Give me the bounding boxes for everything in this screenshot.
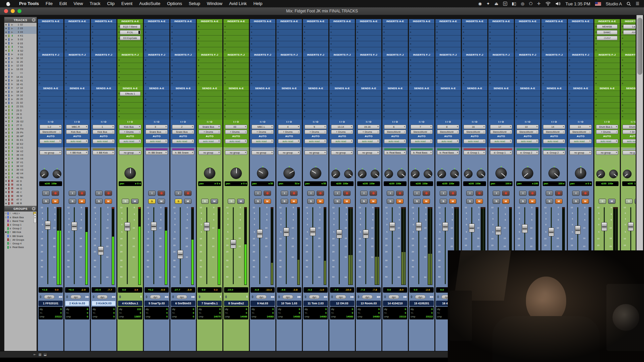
record-dot-icon[interactable]: ◉ [478, 1, 482, 6]
automation-mode-selector[interactable]: auto read▼ [278, 139, 300, 143]
menu-track[interactable]: Track [86, 0, 104, 7]
automation-mode-selector[interactable]: auto read▼ [172, 139, 194, 143]
sends-a-e-slot[interactable] [356, 96, 381, 102]
sends-a-e-slot[interactable] [409, 114, 434, 119]
sends-a-e-slot[interactable] [488, 114, 514, 119]
sends-a-e-slot[interactable] [488, 90, 514, 96]
sends-a-e-slot[interactable] [568, 90, 593, 96]
inserts-f-j-slot[interactable] [594, 69, 620, 74]
inserts-f-j-slot[interactable] [462, 57, 487, 63]
inserts-f-j-slot[interactable] [38, 80, 63, 86]
input-selector[interactable]: 16▼ [464, 125, 486, 129]
nudge-spinner[interactable] [198, 295, 201, 298]
inserts-f-j-slot[interactable] [38, 57, 63, 63]
solo-button[interactable]: S [625, 199, 633, 204]
inserts-a-e-slot[interactable] [382, 23, 408, 29]
inserts-a-e-slot[interactable] [170, 29, 196, 35]
fader-flip-icon[interactable]: ▶▶ [430, 295, 433, 298]
menu-event[interactable]: Event [118, 0, 136, 7]
volume-display[interactable]: -27.7-3.9 [171, 287, 195, 293]
dyn-button[interactable]: dyn [97, 295, 108, 299]
sends-a-e-slot[interactable] [170, 90, 196, 96]
output-selector[interactable]: + Drums⇧ [225, 130, 247, 134]
inserts-a-e-slot[interactable] [488, 47, 514, 53]
sends-a-e-slot[interactable] [91, 108, 116, 114]
inserts-a-e-slot[interactable] [409, 23, 434, 29]
dyn-button[interactable]: dyn [335, 295, 346, 299]
group-assign-selector[interactable]: no group▼ [305, 150, 327, 155]
send-button[interactable]: Effects 1 [120, 92, 141, 96]
mute-button[interactable]: M [52, 199, 59, 204]
sends-a-e-slot[interactable] [435, 96, 461, 102]
input-monitor-button[interactable]: I [307, 191, 315, 196]
sends-a-e-slot[interactable] [144, 96, 169, 102]
pan-value-display[interactable]: pan▸ 0 ◂ [119, 181, 142, 186]
automation-mode-selector[interactable]: auto read▼ [199, 139, 221, 143]
fader-thumb[interactable] [230, 240, 236, 248]
inserts-f-j-slot[interactable] [409, 63, 434, 68]
sends-a-e-slot[interactable] [409, 102, 434, 108]
inserts-f-j-slot[interactable] [435, 57, 461, 63]
fader-thumb[interactable] [98, 246, 104, 255]
record-enable-button[interactable] [582, 191, 589, 196]
pan-knob[interactable] [464, 170, 473, 178]
inserts-f-j-slot[interactable] [91, 63, 116, 68]
record-enable-button[interactable] [184, 191, 192, 196]
input-monitor-button[interactable]: I [334, 191, 341, 196]
clip-indicator[interactable] [139, 207, 141, 208]
inserts-a-e-slot[interactable] [144, 35, 169, 41]
inserts-a-e-slot[interactable] [488, 35, 514, 41]
pan-knob[interactable] [575, 168, 586, 179]
fader-thumb[interactable] [363, 230, 369, 238]
solo-button[interactable]: S [334, 199, 341, 204]
input-selector[interactable]: 5▼ [305, 125, 327, 129]
inserts-a-e-slot[interactable] [382, 35, 408, 41]
fader-thumb[interactable] [522, 224, 528, 233]
track-name-plate[interactable]: 8 SnareBs2 [224, 301, 248, 306]
solo-button[interactable]: S [42, 199, 50, 204]
group-assign-selector[interactable]: H: BB Snare▼ [146, 150, 168, 155]
inserts-f-j-slot[interactable] [621, 57, 636, 63]
dyn-button[interactable]: dyn [309, 295, 320, 299]
output-selector[interactable]: + Drums⇧ [331, 130, 353, 134]
inserts-f-j-slot[interactable] [223, 57, 249, 63]
nudge-spinner[interactable] [277, 295, 280, 298]
sends-a-e-slot[interactable] [303, 90, 328, 96]
pan-knob[interactable] [358, 170, 367, 178]
inserts-a-e-slot[interactable] [144, 23, 169, 29]
pan-value-display[interactable]: pan100 ▸ [543, 181, 566, 186]
inserts-a-e-slot[interactable] [197, 29, 222, 35]
inserts-f-j-slot[interactable] [276, 69, 302, 74]
pan-knob[interactable] [310, 168, 321, 179]
inserts-a-e-slot[interactable] [356, 41, 381, 47]
drop-arrow-icon[interactable]: ⬇ [219, 295, 221, 298]
inserts-f-j-slot[interactable] [382, 57, 408, 63]
automation-mode-selector[interactable]: auto read▼ [596, 139, 618, 143]
inserts-a-e-slot[interactable] [64, 23, 90, 29]
sends-a-e-slot[interactable] [197, 96, 222, 102]
inserts-f-j-slot[interactable] [250, 63, 275, 68]
inserts-f-j-slot[interactable] [303, 74, 328, 80]
sends-a-e-slot[interactable] [382, 102, 408, 108]
pan-knob[interactable] [283, 168, 295, 179]
output-selector[interactable]: StereoMontr⇧ [543, 130, 565, 134]
inserts-f-j-slot[interactable] [117, 74, 143, 80]
inserts-a-e-slot[interactable] [515, 41, 540, 47]
solo-button[interactable]: S [519, 199, 527, 204]
inserts-f-j-slot[interactable] [594, 80, 620, 86]
input-selector[interactable]: MBC.L▼ [252, 125, 274, 129]
nudge-spinner[interactable] [224, 295, 227, 298]
group-assign-selector[interactable]: b: Real Bass▼ [411, 150, 433, 155]
sends-a-e-slot[interactable] [409, 108, 434, 114]
clip-indicator[interactable] [562, 207, 565, 208]
sends-a-e-slot[interactable] [144, 108, 169, 114]
sends-a-e-slot[interactable] [64, 108, 90, 114]
inserts-f-j-slot[interactable] [568, 63, 593, 68]
automation-mode-selector[interactable]: auto read▼ [570, 139, 592, 143]
input-selector[interactable]: Drum Bus 1▼ [596, 125, 618, 129]
inserts-a-e-slot[interactable] [541, 29, 567, 35]
track-name-plate[interactable]: 2 Kick In.03 [65, 301, 89, 306]
inserts-f-j-slot[interactable] [303, 63, 328, 68]
inserts-a-e-slot[interactable]: La [621, 23, 636, 29]
track-name-plate[interactable]: 14 4104210 [383, 301, 407, 306]
